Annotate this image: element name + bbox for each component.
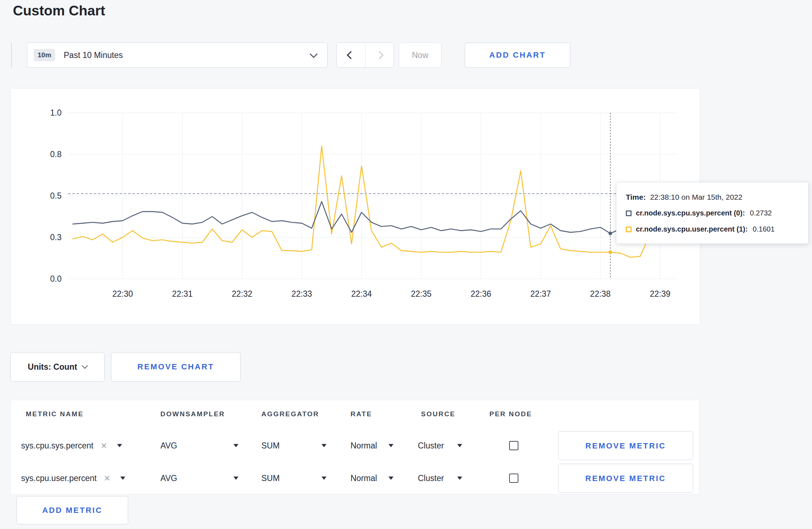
tooltip-time-row: Time: 22:38:10 on Mar 15th, 2022 — [626, 189, 799, 205]
tooltip-series-row: cr.node.sys.cpu.sys.percent (0): 0.2732 — [626, 205, 799, 221]
source-select[interactable]: Cluster — [418, 474, 462, 483]
metric-name-label: sys.cpu.sys.percent — [21, 441, 93, 451]
units-label: Units: Count — [28, 362, 77, 372]
chart-card: 0.00.30.50.81.022:3022:3122:3222:3322:34… — [10, 88, 700, 325]
chevron-down-icon — [310, 50, 318, 58]
caret-down-icon — [117, 444, 122, 447]
svg-text:22:33: 22:33 — [291, 289, 312, 299]
svg-text:22:36: 22:36 — [471, 289, 492, 299]
svg-text:0.8: 0.8 — [50, 150, 62, 159]
chevron-right-icon — [375, 51, 383, 59]
svg-text:22:38: 22:38 — [590, 289, 611, 299]
units-dropdown[interactable]: Units: Count — [10, 352, 105, 382]
tooltip-metric-value: 0.2732 — [750, 209, 772, 217]
custom-chart-page: Custom Chart 10m Past 10 Minutes Now ADD… — [0, 0, 812, 529]
time-nav-group — [337, 43, 394, 68]
per-node-checkbox[interactable] — [509, 441, 518, 450]
tooltip-metric-value: 0.1601 — [753, 225, 774, 233]
column-header-metric-name: METRIC NAME — [26, 410, 84, 418]
series-sys-swatch-icon — [626, 210, 632, 216]
source-value: Cluster — [418, 474, 444, 483]
svg-text:1.0: 1.0 — [50, 108, 62, 117]
metric-name-label: sys.cpu.user.percent — [21, 474, 97, 483]
time-range-label: Past 10 Minutes — [64, 50, 123, 60]
svg-text:22:32: 22:32 — [232, 289, 252, 299]
metric-row: sys.cpu.sys.percent ✕ AVG SUM Normal Clu… — [11, 429, 699, 462]
remove-metric-button[interactable]: REMOVE METRIC — [558, 464, 693, 493]
tooltip-series-row: cr.node.sys.cpu.user.percent (1): 0.1601 — [626, 221, 799, 237]
caret-down-icon — [322, 477, 327, 480]
caret-down-icon — [120, 477, 125, 480]
aggregator-select[interactable]: SUM — [261, 441, 327, 451]
svg-text:22:34: 22:34 — [351, 289, 372, 299]
rate-select[interactable]: Normal — [351, 441, 393, 451]
column-header-per-node: PER NODE — [489, 410, 532, 418]
tooltip-time-value: 22:38:10 on Mar 15th, 2022 — [650, 193, 743, 202]
rate-select[interactable]: Normal — [351, 474, 393, 483]
per-node-cell — [509, 474, 518, 483]
svg-text:22:39: 22:39 — [650, 289, 671, 299]
caret-down-icon — [233, 477, 238, 480]
metric-name-select[interactable]: sys.cpu.sys.percent ✕ — [21, 441, 122, 451]
downsampler-value: AVG — [160, 474, 177, 483]
caret-down-icon — [457, 444, 462, 447]
caret-down-icon — [233, 444, 238, 447]
time-next-button[interactable] — [365, 43, 394, 67]
rate-value: Normal — [351, 474, 377, 483]
column-header-downsampler: DOWNSAMPLER — [160, 410, 225, 418]
source-select[interactable]: Cluster — [418, 441, 462, 451]
remove-metric-x-icon[interactable]: ✕ — [104, 474, 110, 483]
time-range-dropdown[interactable]: 10m Past 10 Minutes — [27, 43, 328, 68]
chart-tooltip: Time: 22:38:10 on Mar 15th, 2022 cr.node… — [616, 182, 808, 244]
add-metric-button[interactable]: ADD METRIC — [16, 496, 128, 524]
time-prev-button[interactable] — [337, 43, 365, 67]
svg-text:0.5: 0.5 — [50, 191, 62, 200]
tooltip-metric-label: cr.node.sys.cpu.sys.percent (0): — [636, 209, 745, 217]
caret-down-icon — [388, 477, 393, 480]
aggregator-select[interactable]: SUM — [261, 474, 327, 483]
aggregator-value: SUM — [261, 474, 280, 483]
downsampler-select[interactable]: AVG — [160, 441, 238, 451]
now-button[interactable]: Now — [399, 43, 441, 68]
caret-down-icon — [457, 477, 462, 480]
svg-text:22:35: 22:35 — [411, 289, 432, 299]
column-header-source: SOURCE — [421, 410, 455, 418]
remove-metric-button[interactable]: REMOVE METRIC — [558, 431, 693, 460]
svg-text:0.0: 0.0 — [50, 274, 62, 283]
metric-row: sys.cpu.user.percent ✕ AVG SUM Normal Cl… — [11, 462, 699, 494]
remove-metric-x-icon[interactable]: ✕ — [101, 441, 107, 450]
metrics-line-chart[interactable]: 0.00.30.50.81.022:3022:3122:3222:3322:34… — [11, 88, 700, 324]
toolbar-divider — [11, 43, 12, 68]
svg-text:0.3: 0.3 — [50, 233, 62, 242]
add-chart-button[interactable]: ADD CHART — [465, 43, 570, 68]
caret-down-icon — [388, 444, 393, 447]
metric-name-select[interactable]: sys.cpu.user.percent ✕ — [21, 474, 125, 483]
svg-text:22:30: 22:30 — [112, 289, 133, 299]
chevron-left-icon — [347, 51, 355, 59]
remove-chart-button[interactable]: REMOVE CHART — [111, 352, 241, 382]
svg-text:22:37: 22:37 — [530, 289, 551, 299]
caret-down-icon — [322, 444, 327, 447]
page-title: Custom Chart — [13, 3, 105, 19]
tooltip-metric-label: cr.node.sys.cpu.user.percent (1): — [636, 225, 748, 233]
tooltip-time-label: Time: — [626, 193, 646, 202]
rate-value: Normal — [351, 441, 377, 451]
downsampler-select[interactable]: AVG — [160, 474, 238, 483]
metrics-table: METRIC NAME DOWNSAMPLER AGGREGATOR RATE … — [10, 400, 699, 494]
time-range-badge: 10m — [34, 49, 55, 61]
series-user-swatch-icon — [626, 227, 632, 232]
column-header-aggregator: AGGREGATOR — [261, 410, 319, 418]
column-header-rate: RATE — [351, 410, 372, 418]
chevron-down-icon — [82, 363, 88, 369]
source-value: Cluster — [418, 441, 444, 451]
svg-text:22:31: 22:31 — [172, 289, 193, 299]
downsampler-value: AVG — [160, 441, 177, 451]
per-node-checkbox[interactable] — [509, 474, 518, 483]
aggregator-value: SUM — [261, 441, 280, 451]
per-node-cell — [509, 441, 518, 450]
